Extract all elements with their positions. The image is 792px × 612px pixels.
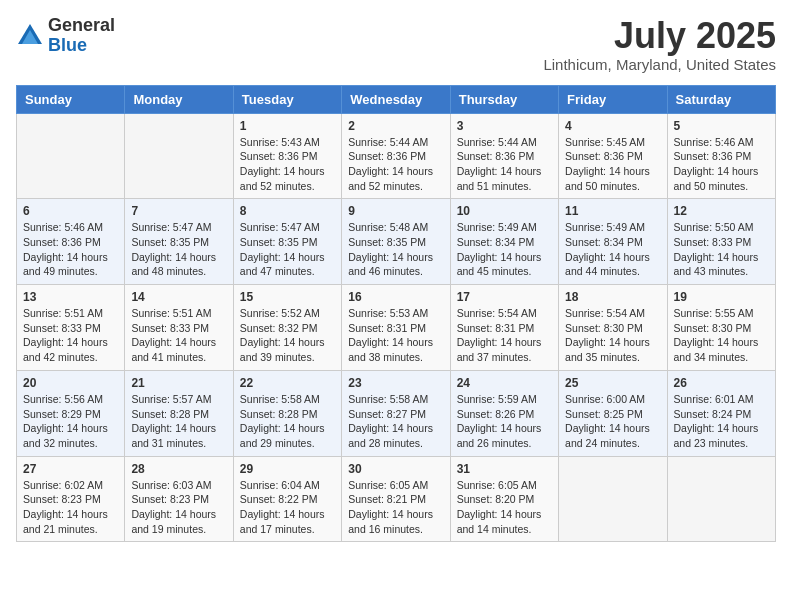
day-number: 28 <box>131 462 226 476</box>
calendar-cell: 16Sunrise: 5:53 AM Sunset: 8:31 PM Dayli… <box>342 285 450 371</box>
day-info: Sunrise: 5:49 AM Sunset: 8:34 PM Dayligh… <box>565 220 660 279</box>
subtitle: Linthicum, Maryland, United States <box>543 56 776 73</box>
calendar-cell: 22Sunrise: 5:58 AM Sunset: 8:28 PM Dayli… <box>233 370 341 456</box>
day-info: Sunrise: 5:51 AM Sunset: 8:33 PM Dayligh… <box>131 306 226 365</box>
calendar-table: SundayMondayTuesdayWednesdayThursdayFrid… <box>16 85 776 543</box>
calendar-cell: 27Sunrise: 6:02 AM Sunset: 8:23 PM Dayli… <box>17 456 125 542</box>
day-number: 3 <box>457 119 552 133</box>
day-number: 27 <box>23 462 118 476</box>
day-info: Sunrise: 5:58 AM Sunset: 8:28 PM Dayligh… <box>240 392 335 451</box>
day-number: 16 <box>348 290 443 304</box>
day-info: Sunrise: 5:52 AM Sunset: 8:32 PM Dayligh… <box>240 306 335 365</box>
day-info: Sunrise: 5:53 AM Sunset: 8:31 PM Dayligh… <box>348 306 443 365</box>
day-number: 2 <box>348 119 443 133</box>
day-number: 29 <box>240 462 335 476</box>
calendar-cell: 11Sunrise: 5:49 AM Sunset: 8:34 PM Dayli… <box>559 199 667 285</box>
day-number: 23 <box>348 376 443 390</box>
calendar-cell: 10Sunrise: 5:49 AM Sunset: 8:34 PM Dayli… <box>450 199 558 285</box>
day-info: Sunrise: 5:47 AM Sunset: 8:35 PM Dayligh… <box>240 220 335 279</box>
day-number: 22 <box>240 376 335 390</box>
day-info: Sunrise: 5:51 AM Sunset: 8:33 PM Dayligh… <box>23 306 118 365</box>
day-header-friday: Friday <box>559 85 667 113</box>
day-info: Sunrise: 5:46 AM Sunset: 8:36 PM Dayligh… <box>23 220 118 279</box>
day-info: Sunrise: 5:54 AM Sunset: 8:31 PM Dayligh… <box>457 306 552 365</box>
calendar-cell: 1Sunrise: 5:43 AM Sunset: 8:36 PM Daylig… <box>233 113 341 199</box>
day-header-sunday: Sunday <box>17 85 125 113</box>
day-number: 4 <box>565 119 660 133</box>
day-number: 21 <box>131 376 226 390</box>
day-info: Sunrise: 5:57 AM Sunset: 8:28 PM Dayligh… <box>131 392 226 451</box>
day-number: 15 <box>240 290 335 304</box>
calendar-cell: 30Sunrise: 6:05 AM Sunset: 8:21 PM Dayli… <box>342 456 450 542</box>
calendar-cell: 31Sunrise: 6:05 AM Sunset: 8:20 PM Dayli… <box>450 456 558 542</box>
calendar-cell <box>17 113 125 199</box>
calendar-cell: 29Sunrise: 6:04 AM Sunset: 8:22 PM Dayli… <box>233 456 341 542</box>
calendar-cell: 15Sunrise: 5:52 AM Sunset: 8:32 PM Dayli… <box>233 285 341 371</box>
day-number: 13 <box>23 290 118 304</box>
calendar-cell: 7Sunrise: 5:47 AM Sunset: 8:35 PM Daylig… <box>125 199 233 285</box>
day-info: Sunrise: 5:48 AM Sunset: 8:35 PM Dayligh… <box>348 220 443 279</box>
calendar-cell: 14Sunrise: 5:51 AM Sunset: 8:33 PM Dayli… <box>125 285 233 371</box>
day-number: 26 <box>674 376 769 390</box>
calendar-cell: 12Sunrise: 5:50 AM Sunset: 8:33 PM Dayli… <box>667 199 775 285</box>
calendar-cell: 20Sunrise: 5:56 AM Sunset: 8:29 PM Dayli… <box>17 370 125 456</box>
logo-general: General <box>48 15 115 35</box>
calendar-cell: 9Sunrise: 5:48 AM Sunset: 8:35 PM Daylig… <box>342 199 450 285</box>
calendar-cell <box>559 456 667 542</box>
day-number: 18 <box>565 290 660 304</box>
day-header-thursday: Thursday <box>450 85 558 113</box>
calendar-cell: 25Sunrise: 6:00 AM Sunset: 8:25 PM Dayli… <box>559 370 667 456</box>
day-number: 11 <box>565 204 660 218</box>
calendar-cell: 4Sunrise: 5:45 AM Sunset: 8:36 PM Daylig… <box>559 113 667 199</box>
calendar-cell: 3Sunrise: 5:44 AM Sunset: 8:36 PM Daylig… <box>450 113 558 199</box>
day-number: 24 <box>457 376 552 390</box>
day-info: Sunrise: 6:03 AM Sunset: 8:23 PM Dayligh… <box>131 478 226 537</box>
day-number: 30 <box>348 462 443 476</box>
day-number: 5 <box>674 119 769 133</box>
day-info: Sunrise: 6:05 AM Sunset: 8:20 PM Dayligh… <box>457 478 552 537</box>
day-number: 19 <box>674 290 769 304</box>
calendar-cell: 6Sunrise: 5:46 AM Sunset: 8:36 PM Daylig… <box>17 199 125 285</box>
logo-text: General Blue <box>48 16 115 56</box>
day-number: 6 <box>23 204 118 218</box>
day-number: 1 <box>240 119 335 133</box>
calendar-cell <box>667 456 775 542</box>
main-title: July 2025 <box>543 16 776 56</box>
day-info: Sunrise: 5:56 AM Sunset: 8:29 PM Dayligh… <box>23 392 118 451</box>
day-number: 25 <box>565 376 660 390</box>
calendar-cell: 26Sunrise: 6:01 AM Sunset: 8:24 PM Dayli… <box>667 370 775 456</box>
logo: General Blue <box>16 16 115 56</box>
day-header-wednesday: Wednesday <box>342 85 450 113</box>
day-info: Sunrise: 5:45 AM Sunset: 8:36 PM Dayligh… <box>565 135 660 194</box>
calendar-cell: 19Sunrise: 5:55 AM Sunset: 8:30 PM Dayli… <box>667 285 775 371</box>
day-info: Sunrise: 6:00 AM Sunset: 8:25 PM Dayligh… <box>565 392 660 451</box>
title-block: July 2025 Linthicum, Maryland, United St… <box>543 16 776 73</box>
day-number: 31 <box>457 462 552 476</box>
day-header-saturday: Saturday <box>667 85 775 113</box>
day-info: Sunrise: 6:04 AM Sunset: 8:22 PM Dayligh… <box>240 478 335 537</box>
day-info: Sunrise: 5:44 AM Sunset: 8:36 PM Dayligh… <box>457 135 552 194</box>
calendar-cell: 17Sunrise: 5:54 AM Sunset: 8:31 PM Dayli… <box>450 285 558 371</box>
day-number: 10 <box>457 204 552 218</box>
day-number: 9 <box>348 204 443 218</box>
day-info: Sunrise: 5:46 AM Sunset: 8:36 PM Dayligh… <box>674 135 769 194</box>
calendar-week-2: 6Sunrise: 5:46 AM Sunset: 8:36 PM Daylig… <box>17 199 776 285</box>
day-header-monday: Monday <box>125 85 233 113</box>
day-info: Sunrise: 5:59 AM Sunset: 8:26 PM Dayligh… <box>457 392 552 451</box>
page-header: General Blue July 2025 Linthicum, Maryla… <box>16 16 776 73</box>
day-info: Sunrise: 6:02 AM Sunset: 8:23 PM Dayligh… <box>23 478 118 537</box>
day-number: 8 <box>240 204 335 218</box>
day-info: Sunrise: 5:50 AM Sunset: 8:33 PM Dayligh… <box>674 220 769 279</box>
calendar-cell: 5Sunrise: 5:46 AM Sunset: 8:36 PM Daylig… <box>667 113 775 199</box>
day-info: Sunrise: 5:49 AM Sunset: 8:34 PM Dayligh… <box>457 220 552 279</box>
calendar-cell: 23Sunrise: 5:58 AM Sunset: 8:27 PM Dayli… <box>342 370 450 456</box>
calendar-cell: 18Sunrise: 5:54 AM Sunset: 8:30 PM Dayli… <box>559 285 667 371</box>
day-info: Sunrise: 5:54 AM Sunset: 8:30 PM Dayligh… <box>565 306 660 365</box>
day-header-tuesday: Tuesday <box>233 85 341 113</box>
day-info: Sunrise: 6:01 AM Sunset: 8:24 PM Dayligh… <box>674 392 769 451</box>
logo-icon <box>16 22 44 50</box>
calendar-cell <box>125 113 233 199</box>
day-number: 14 <box>131 290 226 304</box>
calendar-week-3: 13Sunrise: 5:51 AM Sunset: 8:33 PM Dayli… <box>17 285 776 371</box>
day-info: Sunrise: 5:58 AM Sunset: 8:27 PM Dayligh… <box>348 392 443 451</box>
